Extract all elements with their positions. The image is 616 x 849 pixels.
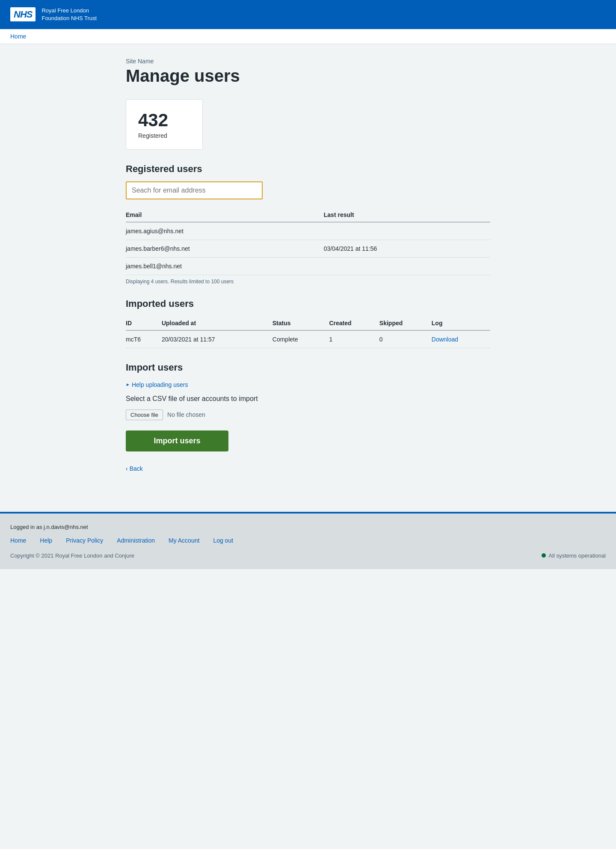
org-line2: Foundation NHS Trust bbox=[41, 15, 97, 22]
table-row: james.agius@nhs.net bbox=[126, 222, 490, 240]
table-row: james.barber6@nhs.net 03/04/2021 at 11:5… bbox=[126, 240, 490, 258]
no-file-label: No file chosen bbox=[167, 411, 205, 418]
help-arrow-icon: ► bbox=[126, 382, 130, 387]
email-cell: james.agius@nhs.net bbox=[126, 222, 324, 240]
choose-file-button[interactable]: Choose file bbox=[126, 410, 163, 420]
site-header: NHS Royal Free London Foundation NHS Tru… bbox=[0, 0, 616, 29]
stats-card: 432 Registered bbox=[126, 99, 203, 150]
csv-description: Select a CSV file of user accounts to im… bbox=[126, 395, 490, 403]
registered-users-title: Registered users bbox=[126, 163, 490, 175]
table-row: mcT6 20/03/2021 at 11:57 Complete 1 0 Do… bbox=[126, 330, 490, 348]
last-result-column-header: Last result bbox=[324, 208, 490, 222]
last-result-cell: 03/04/2021 at 11:56 bbox=[324, 240, 490, 258]
imported-users-section: Imported users ID Uploaded at Status Cre… bbox=[126, 298, 490, 348]
help-link[interactable]: ► Help uploading users bbox=[126, 381, 188, 388]
skipped-cell: 0 bbox=[379, 330, 432, 348]
table-row: james.bell1@nhs.net bbox=[126, 258, 490, 275]
site-name-label: Site Name bbox=[126, 58, 490, 65]
status-cell: Complete bbox=[272, 330, 329, 348]
last-result-cell bbox=[324, 258, 490, 275]
file-input-row: Choose file No file chosen bbox=[126, 410, 490, 420]
log-cell: Download bbox=[432, 330, 490, 348]
search-input[interactable] bbox=[126, 181, 263, 199]
footer-nav: HomeHelpPrivacy PolicyAdministrationMy A… bbox=[10, 537, 606, 544]
back-chevron-icon: ‹ bbox=[126, 465, 128, 472]
imported-users-title: Imported users bbox=[126, 298, 490, 309]
table-note: Displaying 4 users. Results limited to 1… bbox=[126, 279, 490, 285]
back-link[interactable]: ‹ Back bbox=[126, 465, 143, 472]
footer-link-home[interactable]: Home bbox=[10, 537, 26, 544]
email-cell: james.bell1@nhs.net bbox=[126, 258, 324, 275]
email-cell: james.barber6@nhs.net bbox=[126, 240, 324, 258]
nav-bar: Home bbox=[0, 29, 616, 44]
footer-link-log-out[interactable]: Log out bbox=[213, 537, 233, 544]
id-column-header: ID bbox=[126, 316, 162, 330]
org-line1: Royal Free London bbox=[41, 7, 97, 15]
status-text: All systems operational bbox=[548, 552, 606, 559]
id-cell: mcT6 bbox=[126, 330, 162, 348]
registered-users-section: Registered users Email Last result james… bbox=[126, 163, 490, 285]
page-title: Manage users bbox=[126, 66, 490, 86]
import-users-section: Import users ► Help uploading users Sele… bbox=[126, 362, 490, 451]
log-column-header: Log bbox=[432, 316, 490, 330]
site-footer: Logged in as j.n.davis@nhs.net HomeHelpP… bbox=[0, 512, 616, 569]
registered-count: 432 bbox=[138, 110, 190, 131]
import-users-button[interactable]: Import users bbox=[126, 430, 228, 451]
email-column-header: Email bbox=[126, 208, 324, 222]
help-link-text: Help uploading users bbox=[132, 381, 188, 388]
footer-link-my-account[interactable]: My Account bbox=[169, 537, 199, 544]
imported-users-table: ID Uploaded at Status Created Skipped Lo… bbox=[126, 316, 490, 348]
status-dot-icon bbox=[542, 553, 546, 558]
footer-link-administration[interactable]: Administration bbox=[117, 537, 155, 544]
created-column-header: Created bbox=[329, 316, 379, 330]
footer-link-privacy-policy[interactable]: Privacy Policy bbox=[66, 537, 103, 544]
import-users-title: Import users bbox=[126, 362, 490, 373]
nhs-logo-text: NHS bbox=[10, 7, 36, 21]
last-result-cell bbox=[324, 222, 490, 240]
status-column-header: Status bbox=[272, 316, 329, 330]
status-indicator: All systems operational bbox=[542, 552, 606, 559]
registered-users-table: Email Last result james.agius@nhs.net ja… bbox=[126, 208, 490, 275]
footer-logged-in: Logged in as j.n.davis@nhs.net bbox=[10, 524, 606, 530]
footer-copyright: Copyright © 2021 Royal Free London and C… bbox=[10, 552, 134, 559]
skipped-column-header: Skipped bbox=[379, 316, 432, 330]
footer-link-help[interactable]: Help bbox=[40, 537, 52, 544]
registered-label: Registered bbox=[138, 132, 190, 139]
created-cell: 1 bbox=[329, 330, 379, 348]
main-content: Site Name Manage users 432 Registered Re… bbox=[116, 44, 500, 486]
footer-bottom: Copyright © 2021 Royal Free London and C… bbox=[10, 552, 606, 559]
back-link-text: Back bbox=[130, 465, 143, 472]
nav-home-link[interactable]: Home bbox=[10, 33, 26, 40]
uploaded-at-column-header: Uploaded at bbox=[162, 316, 272, 330]
org-name: Royal Free London Foundation NHS Trust bbox=[41, 7, 97, 22]
uploaded-at-cell: 20/03/2021 at 11:57 bbox=[162, 330, 272, 348]
download-link[interactable]: Download bbox=[432, 336, 458, 343]
nhs-logo: NHS bbox=[10, 9, 36, 20]
